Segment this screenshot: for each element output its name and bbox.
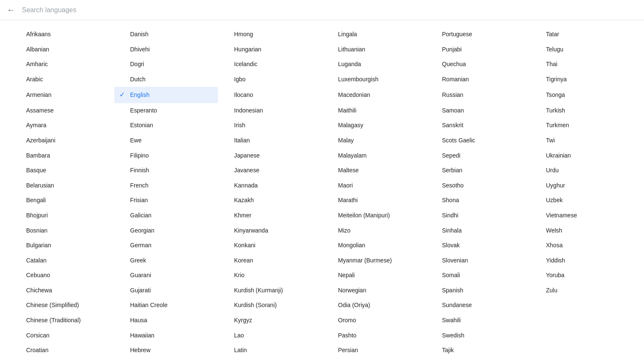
list-item[interactable]: Somali [426, 268, 530, 283]
list-item[interactable]: Tsonga [530, 87, 634, 103]
list-item[interactable]: Samoan [426, 103, 530, 118]
list-item[interactable]: French [114, 178, 218, 193]
list-item[interactable]: Albanian [10, 42, 114, 57]
list-item[interactable]: Amharic [10, 57, 114, 72]
list-item[interactable]: Russian [426, 87, 530, 103]
list-item[interactable]: Japanese [218, 148, 322, 163]
list-item[interactable]: Guarani [114, 268, 218, 283]
list-item[interactable]: Dutch [114, 72, 218, 87]
list-item[interactable]: Spanish [426, 283, 530, 298]
list-item[interactable]: Belarusian [10, 178, 114, 193]
list-item[interactable]: Turkmen [530, 118, 634, 133]
list-item[interactable]: Shona [426, 193, 530, 208]
list-item[interactable]: Thai [530, 57, 634, 72]
list-item[interactable]: Haitian Creole [114, 298, 218, 313]
list-item[interactable]: Chinese (Simplified) [10, 298, 114, 313]
list-item[interactable]: Azerbaijani [10, 133, 114, 148]
list-item[interactable]: Tigrinya [530, 72, 634, 87]
list-item[interactable]: Kyrgyz [218, 313, 322, 328]
list-item[interactable]: Slovak [426, 238, 530, 253]
list-item[interactable] [530, 343, 634, 358]
list-item[interactable]: Odia (Oriya) [322, 298, 426, 313]
list-item[interactable]: Scots Gaelic [426, 133, 530, 148]
list-item[interactable]: Arabic [10, 72, 114, 87]
list-item[interactable]: Dhivehi [114, 42, 218, 57]
list-item[interactable]: Czech [10, 358, 114, 361]
list-item[interactable]: Marathi [322, 193, 426, 208]
list-item[interactable]: Kazakh [218, 193, 322, 208]
list-item[interactable]: Polish [322, 358, 426, 361]
list-item[interactable]: Croatian [10, 343, 114, 358]
back-button[interactable]: ← [7, 3, 19, 16]
list-item[interactable]: Hindi [114, 358, 218, 361]
list-item[interactable]: Portuguese [426, 27, 530, 42]
list-item[interactable]: Tatar [530, 27, 634, 42]
list-item[interactable]: Javanese [218, 163, 322, 178]
list-item[interactable]: Corsican [10, 328, 114, 343]
list-item[interactable]: Swedish [426, 328, 530, 343]
list-item[interactable]: Malayalam [322, 148, 426, 163]
list-item[interactable]: Finnish [114, 163, 218, 178]
list-item[interactable]: Macedonian [322, 87, 426, 103]
list-item[interactable]: Luxembourgish [322, 72, 426, 87]
list-item[interactable]: Latvian [218, 358, 322, 361]
list-item[interactable]: Malagasy [322, 118, 426, 133]
search-input[interactable] [19, 5, 637, 16]
list-item[interactable]: Chinese (Traditional) [10, 313, 114, 328]
list-item[interactable]: Kurdish (Sorani) [218, 298, 322, 313]
list-item[interactable]: Bambara [10, 148, 114, 163]
list-item[interactable]: Kinyarwanda [218, 223, 322, 238]
list-item[interactable] [530, 328, 634, 343]
list-item[interactable] [530, 358, 634, 361]
list-item[interactable]: ✓English [114, 87, 218, 103]
list-item[interactable]: Igbo [218, 72, 322, 87]
list-item[interactable]: Pashto [322, 328, 426, 343]
list-item[interactable]: Cebuano [10, 268, 114, 283]
list-item[interactable]: Luganda [322, 57, 426, 72]
list-item[interactable]: Dogri [114, 57, 218, 72]
list-item[interactable]: Sindhi [426, 208, 530, 223]
list-item[interactable]: Hmong [218, 27, 322, 42]
list-item[interactable]: Zulu [530, 283, 634, 298]
list-item[interactable]: Tamil [426, 358, 530, 361]
list-item[interactable]: Krio [218, 268, 322, 283]
list-item[interactable]: German [114, 238, 218, 253]
list-item[interactable]: Greek [114, 253, 218, 268]
list-item[interactable]: Esperanto [114, 103, 218, 118]
list-item[interactable]: Oromo [322, 313, 426, 328]
list-item[interactable]: Sesotho [426, 178, 530, 193]
list-item[interactable]: Ilocano [218, 87, 322, 103]
list-item[interactable]: Aymara [10, 118, 114, 133]
list-item[interactable]: Afrikaans [10, 27, 114, 42]
list-item[interactable]: Maori [322, 178, 426, 193]
list-item[interactable]: Telugu [530, 42, 634, 57]
list-item[interactable]: Galician [114, 208, 218, 223]
list-item[interactable]: Sinhala [426, 223, 530, 238]
list-item[interactable]: Armenian [10, 87, 114, 103]
list-item[interactable]: Myanmar (Burmese) [322, 253, 426, 268]
list-item[interactable]: Konkani [218, 238, 322, 253]
list-item[interactable]: Uyghur [530, 178, 634, 193]
list-item[interactable]: Indonesian [218, 103, 322, 118]
list-item[interactable]: Malay [322, 133, 426, 148]
list-item[interactable]: Sepedi [426, 148, 530, 163]
list-item[interactable]: Khmer [218, 208, 322, 223]
list-item[interactable]: Basque [10, 163, 114, 178]
list-item[interactable]: Mongolian [322, 238, 426, 253]
list-item[interactable]: Slovenian [426, 253, 530, 268]
list-item[interactable]: Twi [530, 133, 634, 148]
list-item[interactable]: Italian [218, 133, 322, 148]
list-item[interactable]: Sundanese [426, 298, 530, 313]
list-item[interactable]: Turkish [530, 103, 634, 118]
list-item[interactable]: Ewe [114, 133, 218, 148]
list-item[interactable]: Hungarian [218, 42, 322, 57]
list-item[interactable]: Estonian [114, 118, 218, 133]
list-item[interactable]: Lithuanian [322, 42, 426, 57]
list-item[interactable]: Welsh [530, 223, 634, 238]
list-item[interactable]: Ukrainian [530, 148, 634, 163]
list-item[interactable]: Lingala [322, 27, 426, 42]
list-item[interactable]: Kurdish (Kurmanji) [218, 283, 322, 298]
list-item[interactable]: Hawaiian [114, 328, 218, 343]
list-item[interactable]: Sanskrit [426, 118, 530, 133]
list-item[interactable]: Meiteilon (Manipuri) [322, 208, 426, 223]
